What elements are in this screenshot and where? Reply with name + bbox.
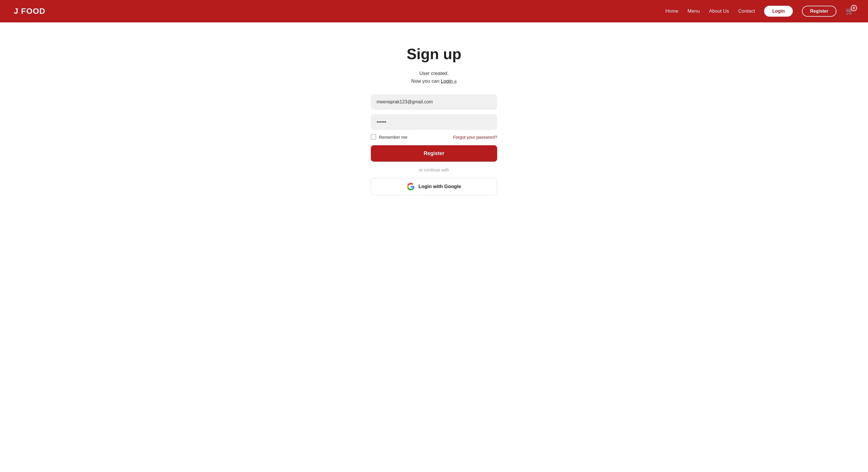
options-row: Remember me Forgot your password?: [371, 135, 497, 140]
remember-label-text: Remember me: [379, 135, 407, 140]
login-redirect-link[interactable]: Login »: [441, 78, 457, 84]
brand-logo: J FOOD: [14, 7, 45, 16]
google-btn-label: Login with Google: [418, 184, 461, 189]
success-message: User created. Now you can Login »: [411, 69, 457, 85]
password-field[interactable]: [371, 114, 497, 130]
forgot-password-link[interactable]: Forgot your password?: [453, 135, 497, 140]
success-line2: Now you can: [411, 78, 441, 84]
home-link[interactable]: Home: [665, 8, 678, 14]
navbar-right: Home Menu About Us Contact Login Registe…: [665, 6, 854, 17]
page-title: Sign up: [407, 46, 462, 63]
main-content: Sign up User created. Now you can Login …: [0, 22, 868, 218]
about-link[interactable]: About Us: [709, 8, 729, 14]
menu-link[interactable]: Menu: [687, 8, 700, 14]
remember-checkbox[interactable]: [371, 135, 376, 140]
contact-link[interactable]: Contact: [738, 8, 755, 14]
success-line1: User created.: [420, 70, 448, 76]
email-field[interactable]: [371, 94, 497, 110]
cart-button[interactable]: 🛒 8: [846, 7, 854, 15]
or-divider: or continue with: [371, 167, 497, 172]
login-button[interactable]: Login: [764, 6, 793, 17]
navbar: J FOOD Home Menu About Us Contact Login …: [0, 0, 868, 22]
remember-me-label[interactable]: Remember me: [371, 135, 407, 140]
register-submit-button[interactable]: Register: [371, 145, 497, 161]
google-login-button[interactable]: Login with Google: [371, 178, 497, 195]
google-icon: [407, 183, 414, 190]
signup-form: Remember me Forgot your password? Regist…: [371, 94, 497, 195]
register-button[interactable]: Register: [802, 6, 836, 17]
cart-badge: 8: [851, 5, 857, 11]
